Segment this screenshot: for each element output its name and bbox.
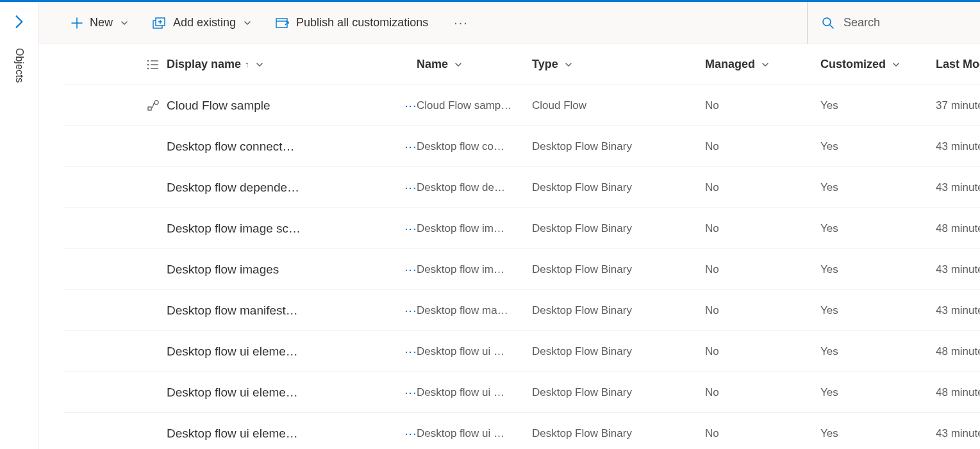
row-type: Desktop Flow Binary — [532, 140, 705, 153]
row-display-name[interactable]: Desktop flow image sc… — [167, 222, 378, 236]
chevron-right-icon — [14, 15, 24, 29]
row-managed: No — [705, 222, 820, 235]
svg-rect-12 — [148, 107, 151, 110]
row-display-name[interactable]: Desktop flow manifest… — [167, 304, 378, 318]
chevron-down-icon — [565, 61, 572, 69]
row-last-modified: 43 minute — [936, 427, 980, 440]
sidebar-label-objects[interactable]: Objects — [13, 48, 25, 83]
chevron-down-icon — [244, 19, 251, 27]
row-actions-button[interactable]: ⋮ — [378, 429, 417, 439]
chevron-down-icon — [120, 19, 128, 27]
row-type: Desktop Flow Binary — [532, 181, 705, 194]
row-name: Cloud Flow samp… — [417, 99, 532, 112]
row-last-modified: 37 minute — [936, 99, 980, 112]
column-label: Display name — [167, 58, 241, 71]
new-button[interactable]: New — [64, 11, 135, 35]
table-row[interactable]: Desktop flow image sc…⋮Desktop flow im…D… — [64, 208, 980, 249]
publish-label: Publish all customizations — [296, 16, 428, 29]
column-header-last-modified[interactable]: Last Mod — [936, 58, 980, 71]
row-managed: No — [705, 99, 820, 112]
list-view-icon[interactable] — [103, 59, 167, 70]
expand-sidebar-button[interactable] — [6, 7, 32, 37]
column-label: Name — [417, 58, 448, 71]
row-last-modified: 43 minute — [936, 263, 980, 276]
column-header-managed[interactable]: Managed — [705, 58, 820, 71]
column-header-type[interactable]: Type — [532, 58, 705, 71]
row-last-modified: 48 minute — [936, 345, 980, 358]
more-vertical-icon: ⋮ — [404, 224, 417, 234]
table-row[interactable]: Desktop flow images⋮Desktop flow im…Desk… — [64, 249, 980, 290]
row-last-modified: 43 minute — [936, 304, 980, 317]
add-existing-icon — [153, 17, 167, 29]
row-display-name[interactable]: Desktop flow ui eleme… — [167, 386, 378, 400]
row-actions-button[interactable]: ⋮ — [378, 142, 417, 152]
svg-point-10 — [147, 67, 149, 69]
row-type: Desktop Flow Binary — [532, 427, 705, 440]
more-vertical-icon: ⋮ — [404, 265, 417, 275]
table-row[interactable]: Desktop flow connect…⋮Desktop flow co…De… — [64, 126, 980, 167]
row-customized: Yes — [820, 304, 936, 317]
more-vertical-icon: ⋮ — [404, 142, 417, 152]
table-row[interactable]: Desktop flow depende…⋮Desktop flow de…De… — [64, 167, 980, 208]
row-display-name[interactable]: Desktop flow ui eleme… — [167, 345, 378, 359]
column-header-display-name[interactable]: Display name ↑ — [167, 58, 378, 71]
more-horizontal-icon: ··· — [454, 15, 469, 29]
row-customized: Yes — [820, 263, 936, 276]
svg-point-6 — [147, 60, 149, 61]
row-last-modified: 43 minute — [936, 140, 980, 153]
row-name: Desktop flow ui … — [417, 345, 532, 358]
more-vertical-icon: ⋮ — [404, 183, 417, 193]
row-type: Desktop Flow Binary — [532, 304, 705, 317]
overflow-menu-button[interactable]: ··· — [446, 10, 476, 35]
sort-ascending-icon: ↑ — [245, 60, 249, 69]
column-label: Managed — [705, 58, 755, 71]
table-row[interactable]: Desktop flow ui eleme…⋮Desktop flow ui …… — [64, 372, 980, 413]
column-header-customized[interactable]: Customized — [820, 58, 936, 71]
publish-customizations-button[interactable]: Publish all customizations — [269, 11, 435, 35]
new-button-label: New — [90, 16, 113, 29]
row-name: Desktop flow ui … — [417, 427, 532, 440]
row-display-name[interactable]: Desktop flow images — [167, 263, 378, 277]
command-bar: New Add existing — [38, 2, 980, 44]
row-customized: Yes — [820, 140, 936, 153]
table-row[interactable]: Desktop flow manifest…⋮Desktop flow ma…D… — [64, 290, 980, 331]
row-actions-button[interactable]: ⋮ — [378, 306, 417, 316]
row-display-name[interactable]: Desktop flow ui eleme… — [167, 427, 378, 441]
search-input[interactable] — [843, 16, 959, 29]
add-existing-button[interactable]: Add existing — [146, 11, 258, 35]
row-managed: No — [705, 263, 820, 276]
row-display-name[interactable]: Desktop flow depende… — [167, 181, 378, 195]
row-customized: Yes — [820, 427, 936, 440]
row-customized: Yes — [820, 222, 936, 235]
table-row[interactable]: Cloud Flow sample⋮Cloud Flow samp…Cloud … — [64, 85, 980, 126]
svg-line-5 — [830, 25, 833, 28]
more-vertical-icon: ⋮ — [404, 306, 417, 316]
row-name: Desktop flow co… — [417, 140, 532, 153]
chevron-down-icon — [761, 61, 769, 69]
row-actions-button[interactable]: ⋮ — [378, 224, 417, 234]
table-row[interactable]: Desktop flow ui eleme…⋮Desktop flow ui …… — [64, 331, 980, 372]
row-display-name[interactable]: Desktop flow connect… — [167, 140, 378, 154]
table-header-row: Display name ↑ Name Type Managed — [64, 44, 980, 85]
row-actions-button[interactable]: ⋮ — [378, 265, 417, 275]
row-managed: No — [705, 140, 820, 153]
row-customized: Yes — [820, 386, 936, 399]
row-display-name[interactable]: Cloud Flow sample — [167, 99, 378, 113]
row-actions-button[interactable]: ⋮ — [378, 183, 417, 193]
publish-icon — [276, 17, 290, 29]
row-customized: Yes — [820, 99, 936, 112]
table-row[interactable]: Desktop flow ui eleme…⋮Desktop flow ui …… — [64, 413, 980, 449]
row-type: Desktop Flow Binary — [532, 222, 705, 235]
column-header-name[interactable]: Name — [417, 58, 532, 71]
chevron-down-icon — [892, 61, 900, 69]
row-name: Desktop flow ui … — [417, 386, 532, 399]
row-customized: Yes — [820, 181, 936, 194]
row-actions-button[interactable]: ⋮ — [378, 101, 417, 111]
column-label: Last Mod — [936, 58, 980, 71]
row-last-modified: 48 minute — [936, 386, 980, 399]
row-type: Desktop Flow Binary — [532, 345, 705, 358]
row-actions-button[interactable]: ⋮ — [378, 388, 417, 398]
row-name: Desktop flow im… — [417, 222, 532, 235]
row-managed: No — [705, 304, 820, 317]
row-actions-button[interactable]: ⋮ — [378, 347, 417, 357]
